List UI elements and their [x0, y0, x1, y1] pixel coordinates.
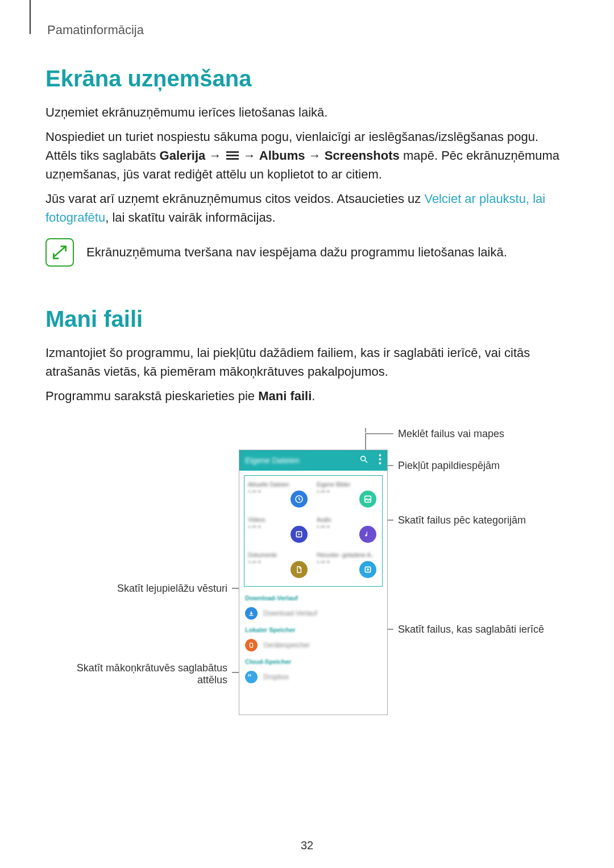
note-text: Ekrānuzņēmuma tveršana nav iespējama daž… [86, 244, 507, 261]
item-dropbox[interactable]: Dropbox [245, 668, 381, 686]
sec1-p3: Jūs varat arī uzņemt ekrānuzņēmumus cito… [45, 189, 569, 227]
svg-point-1 [379, 454, 381, 456]
category-grid: Aktuelle Dateien 0,00 B Eigene Bilder 0,… [244, 475, 383, 587]
item-download-history[interactable]: Download-Verlauf [245, 605, 381, 622]
section-local-storage: Lokaler Speicher [245, 626, 381, 633]
my-files-figure: Meklēt failus vai mapes Piekļūt papildie… [45, 428, 569, 735]
svg-point-2 [379, 458, 381, 460]
dropbox-small-icon [245, 671, 258, 683]
music-icon [359, 526, 376, 543]
image-icon [359, 491, 376, 508]
more-icon[interactable] [379, 454, 381, 467]
note-icon [45, 238, 74, 267]
cat-audio[interactable]: Audio 0,00 B [313, 513, 382, 549]
sec2-p1: Izmantojiet šo programmu, lai piekļūtu d… [45, 343, 569, 381]
search-icon[interactable] [359, 455, 368, 467]
sec1-p2: Nospiediet un turiet nospiestu sākuma po… [45, 127, 569, 184]
svg-point-0 [361, 456, 366, 460]
svg-point-3 [379, 462, 381, 464]
app-title: Eigene Dateien [245, 456, 300, 465]
page-number: 32 [0, 839, 614, 852]
section-download-history: Download-Verlauf [245, 595, 381, 601]
section-cloud-storage: Cloud-Speicher [245, 658, 381, 665]
sec2-p2: Programmu sarakstā pieskarieties pie Man… [45, 387, 569, 405]
cat-documents[interactable]: Dokumente 0,00 B [244, 549, 313, 584]
video-icon [291, 526, 308, 543]
cat-recent[interactable]: Aktuelle Dateien 0,00 B [244, 478, 313, 513]
doc-icon [291, 561, 308, 578]
download-icon [359, 561, 376, 578]
breadcrumb: Pamatinformācija [45, 23, 569, 38]
cat-videos[interactable]: Videos 0,00 B [244, 513, 313, 549]
cat-images[interactable]: Eigene Bilder 0,00 B [313, 478, 382, 513]
clock-icon [291, 491, 308, 508]
section1-title: Ekrāna uzņemšana [45, 66, 569, 92]
cat-downloads[interactable]: Herunter- geladene A.. 0,00 B [313, 549, 382, 584]
section2-title: Mani faili [45, 306, 569, 332]
phone-mock: Eigene Dateien Aktuelle Dateien 0,00 B [239, 450, 388, 715]
device-small-icon [245, 639, 258, 651]
download-small-icon [245, 607, 258, 620]
svg-rect-8 [250, 643, 253, 647]
sec1-p1: Uzņemiet ekrānuzņēmumu ierīces lietošana… [45, 103, 569, 122]
menu-icon [226, 149, 239, 161]
item-device-storage[interactable]: Gerätespeicher [245, 637, 381, 654]
